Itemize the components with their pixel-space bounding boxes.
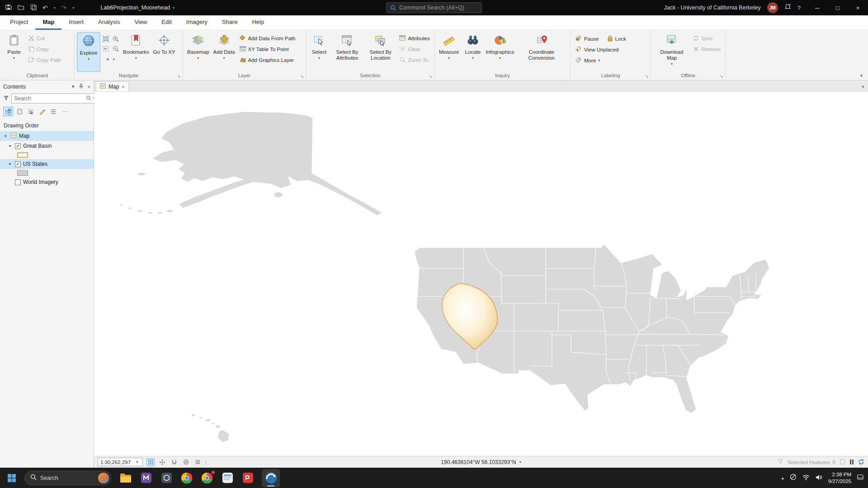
qat-customize-chevron-icon[interactable]: ▾: [72, 6, 74, 10]
copy-button[interactable]: Copy: [27, 45, 63, 54]
tab-map[interactable]: Map: [35, 15, 61, 30]
layer-row-world-imagery[interactable]: World Imagery: [0, 177, 94, 187]
close-tab-icon[interactable]: ×: [122, 84, 124, 89]
tab-insert[interactable]: Insert: [61, 15, 91, 30]
us-states-swatch[interactable]: [17, 170, 28, 176]
previous-extent-icon[interactable]: ◂: [106, 56, 108, 62]
great-basin-checkbox[interactable]: ✓: [15, 143, 21, 149]
purple-app-icon[interactable]: [140, 472, 152, 484]
measure-button[interactable]: Measure ▾: [438, 33, 460, 71]
map-view-tab[interactable]: Map ×: [96, 81, 129, 91]
zoom-to-button[interactable]: Zoom To: [397, 56, 432, 65]
focus-assist-icon[interactable]: [790, 474, 797, 482]
filter-funnel-icon[interactable]: [3, 95, 9, 102]
remove-button[interactable]: Remove: [691, 45, 722, 54]
map-canvas[interactable]: [94, 92, 868, 456]
coordinates-readout[interactable]: 190.4636104°W 56.1033293°N ▾: [441, 459, 521, 465]
lock-labels-button[interactable]: Lock: [605, 34, 628, 43]
tree-expander-icon[interactable]: ▾: [3, 134, 8, 138]
layer-row-map[interactable]: ▾ Map: [0, 131, 94, 141]
view-editing-icon[interactable]: [37, 107, 47, 116]
layer-dialog-launcher-icon[interactable]: ↘: [300, 74, 304, 79]
pane-menu-chevron-icon[interactable]: ▾: [72, 84, 75, 89]
arcgis-pro-taskbar-icon[interactable]: [262, 469, 280, 487]
globe-mode-icon[interactable]: [182, 458, 190, 466]
select-button[interactable]: Select ▾: [309, 33, 330, 71]
world-imagery-checkbox[interactable]: [15, 179, 21, 185]
pan-arrows-icon[interactable]: [158, 458, 166, 466]
maximize-button[interactable]: □: [827, 0, 848, 15]
refresh-icon[interactable]: [858, 459, 864, 466]
previous-extent-grid-icon[interactable]: [101, 44, 110, 53]
save-all-icon[interactable]: [30, 4, 37, 12]
undo-icon[interactable]: ↶: [42, 4, 48, 11]
fixed-zoom-out-icon[interactable]: [111, 44, 120, 53]
view-snapping-icon[interactable]: [48, 107, 58, 116]
notifications-bell-icon[interactable]: [784, 4, 791, 12]
cut-button[interactable]: Cut: [27, 34, 63, 43]
explore-button[interactable]: Explore ▾: [77, 33, 100, 71]
chrome-icon[interactable]: [180, 472, 193, 484]
media-app-icon[interactable]: [221, 472, 234, 484]
tab-edit[interactable]: Edit: [154, 15, 179, 30]
redo-icon[interactable]: ↷: [61, 4, 67, 11]
tab-view[interactable]: View: [127, 15, 154, 30]
sync-button[interactable]: Sync: [691, 34, 722, 43]
offline-dialog-launcher-icon[interactable]: ↘: [720, 74, 723, 79]
close-pane-icon[interactable]: ×: [88, 84, 90, 89]
view-selection-icon[interactable]: [26, 107, 36, 116]
account-name[interactable]: Jack - University of California Berkeley: [664, 5, 761, 11]
locate-button[interactable]: Locate ▾: [462, 33, 484, 71]
pdf-app-icon[interactable]: [241, 472, 254, 484]
open-project-icon[interactable]: [18, 4, 24, 11]
go-to-xy-button[interactable]: Go To XY: [152, 33, 177, 71]
taskbar-search[interactable]: Search: [24, 471, 111, 485]
tab-share[interactable]: Share: [215, 15, 245, 30]
contents-search-input[interactable]: [14, 95, 84, 102]
tray-expand-chevron-icon[interactable]: ▴: [782, 475, 784, 480]
wifi-icon[interactable]: [802, 474, 810, 482]
view-drawing-order-icon[interactable]: [3, 107, 13, 116]
add-data-from-path-button[interactable]: Add Data From Path: [238, 34, 297, 43]
more-views-icon[interactable]: ⋯: [60, 107, 70, 116]
layers-list-icon[interactable]: [193, 458, 202, 466]
minimize-button[interactable]: ─: [807, 0, 827, 15]
snap-grid-icon[interactable]: [146, 458, 155, 466]
scale-selector[interactable]: 1:30,262,297 ▾: [98, 458, 143, 466]
pin-icon[interactable]: [79, 84, 84, 90]
avatar[interactable]: JM: [767, 2, 778, 13]
us-states-checkbox[interactable]: ✓: [15, 161, 21, 167]
tree-expander-icon[interactable]: ▾: [7, 162, 13, 166]
full-extent-icon[interactable]: [101, 34, 110, 43]
select-by-location-button[interactable]: Select By Location: [365, 33, 396, 71]
view-data-source-icon[interactable]: [14, 107, 24, 116]
taskbar-clock[interactable]: 2:38 PM 9/27/2025: [828, 471, 851, 485]
coordinate-conversion-button[interactable]: Coordinate Conversion: [516, 33, 567, 71]
dark-app-icon[interactable]: [160, 472, 173, 484]
infographics-button[interactable]: Infographics ▾: [486, 33, 514, 71]
layer-row-us-states[interactable]: ▾ ✓ US States: [0, 159, 94, 169]
pause-drawing-icon[interactable]: [850, 460, 854, 465]
collapse-ribbon-icon[interactable]: ▴: [860, 72, 863, 77]
layer-row-great-basin[interactable]: ▾ ✓ Great Basin: [0, 141, 94, 151]
project-title[interactable]: Lab6Projection_Moorehead ▾: [101, 5, 175, 11]
command-search[interactable]: Command Search (Alt+Q): [386, 2, 482, 13]
drawing-status-icon[interactable]: [840, 459, 845, 465]
copy-path-button[interactable]: Copy Path: [27, 56, 63, 65]
basemap-button[interactable]: Basemap ▾: [186, 33, 211, 71]
save-project-icon[interactable]: [5, 4, 12, 12]
tree-expander-icon[interactable]: ▾: [7, 144, 13, 148]
attributes-button[interactable]: Attributes: [397, 34, 432, 43]
clear-button[interactable]: Clear: [397, 45, 432, 54]
notification-center-icon[interactable]: [857, 474, 863, 482]
download-map-button[interactable]: Download Map ▾: [654, 33, 690, 71]
volume-icon[interactable]: [816, 474, 822, 482]
pause-labeling-button[interactable]: Pause: [573, 34, 601, 43]
snapping-magnet-icon[interactable]: [170, 458, 178, 466]
tab-list-chevron-icon[interactable]: ▾: [862, 84, 868, 91]
add-graphics-layer-button[interactable]: Add Graphics Layer: [238, 56, 297, 65]
add-data-button[interactable]: Add Data ▾: [212, 33, 236, 71]
undo-chevron-icon[interactable]: ▾: [54, 6, 56, 10]
tab-help[interactable]: Help: [245, 15, 271, 30]
labeling-dialog-launcher-icon[interactable]: ↘: [645, 74, 649, 79]
